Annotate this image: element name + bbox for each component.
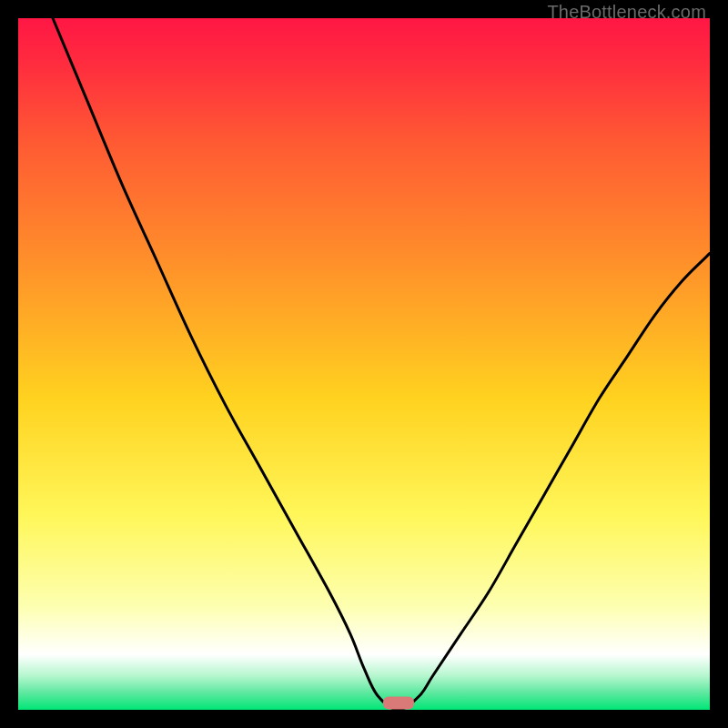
chart-svg <box>18 18 710 710</box>
watermark-text: TheBottleneck.com <box>547 2 706 23</box>
gradient-plot-area <box>18 18 710 710</box>
optimal-marker <box>383 696 414 709</box>
chart-frame <box>18 18 710 710</box>
